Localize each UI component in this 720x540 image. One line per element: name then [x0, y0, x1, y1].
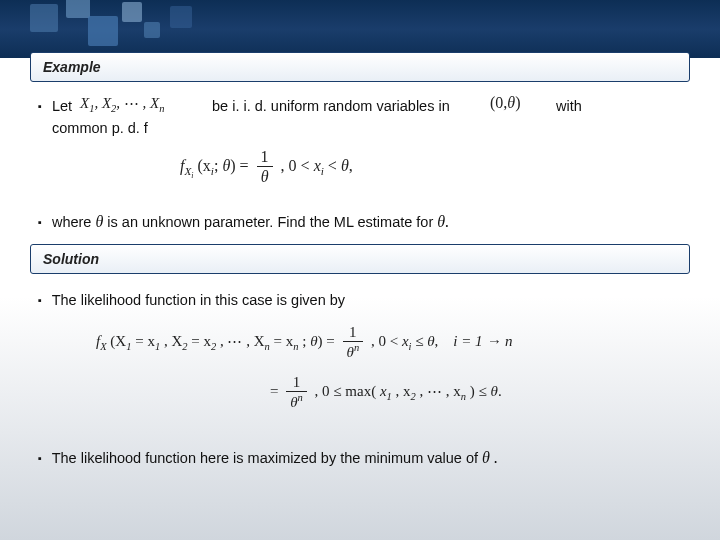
bullet-1-line1: Let: [38, 96, 72, 118]
b1-common: common p. d. f: [52, 118, 148, 140]
b2-theta2: θ.: [437, 213, 449, 230]
math-vars-seq: X1, X2, ⋯ , Xn: [80, 94, 165, 114]
b2-pre: where: [52, 214, 92, 230]
b2-mid: is an unknown parameter. Find the ML est…: [107, 214, 433, 230]
bullet-4: The likelihood function here is maximize…: [38, 446, 498, 470]
slide-top-band: [0, 0, 720, 58]
b4-pre: The likelihood function here is maximize…: [52, 450, 478, 466]
b1-let: Let: [52, 98, 72, 114]
decor-squares: [30, 0, 230, 50]
bullet-2: where θ is an unknown parameter. Find th…: [38, 210, 449, 234]
b4-theta: θ .: [482, 449, 498, 466]
bullet-3: The likelihood function in this case is …: [38, 290, 345, 312]
heading-example-text: Example: [43, 59, 101, 75]
math-likelihood-line2: = 1 θn , 0 ≤ max( x1 , x2 , ⋯ , xn ) ≤ θ…: [270, 374, 502, 411]
math-pdf: fXi (xi; θ) = 1 θ , 0 < xi < θ,: [180, 148, 353, 186]
heading-solution-text: Solution: [43, 251, 99, 267]
math-likelihood-line1: fX (X1 = x1 , X2 = x2 , ⋯ , Xn = xn ; θ)…: [96, 324, 513, 361]
b3-text: The likelihood function in this case is …: [52, 292, 345, 308]
b1-with: with: [556, 96, 582, 118]
heading-solution: Solution: [30, 244, 690, 274]
math-interval: (0,θ): [490, 94, 521, 112]
heading-example: Example: [30, 52, 690, 82]
b2-theta: θ: [95, 213, 103, 230]
b1-mid: be i. i. d. uniform random variables in: [212, 96, 450, 118]
